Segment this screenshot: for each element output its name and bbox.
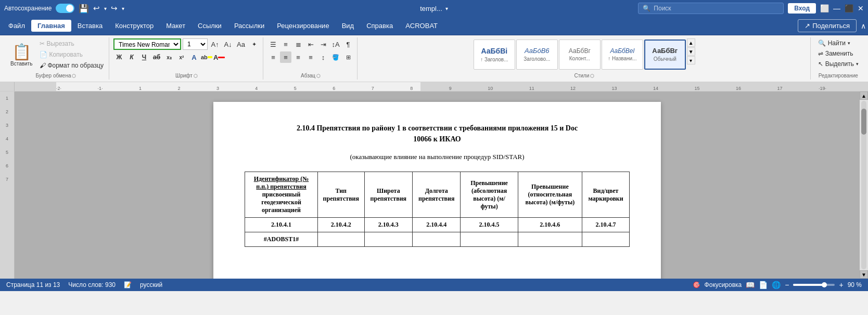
font-dialog-icon[interactable]: ⬡ (194, 73, 198, 78)
ruler-v-mark: 5 (6, 150, 8, 155)
undo-icon[interactable]: ↩ (93, 4, 100, 13)
sort-button[interactable]: ↕A (330, 38, 341, 50)
redo-icon[interactable]: ↪ (111, 4, 118, 13)
bullets-button[interactable]: ☰ (267, 38, 279, 50)
share-button[interactable]: ↗ Поделиться (798, 19, 857, 32)
menu-acrobat[interactable]: ACROBAT (399, 20, 444, 32)
find-dropdown[interactable]: ▾ (848, 41, 850, 46)
zoom-out-button[interactable]: − (785, 281, 789, 289)
strikethrough-button[interactable]: аб (151, 51, 162, 63)
menu-references[interactable]: Ссылки (192, 20, 228, 32)
menu-mailing[interactable]: Рассылки (228, 20, 271, 32)
minimize-icon[interactable]: — (833, 4, 840, 12)
font-shrink-button[interactable]: A↓ (222, 38, 234, 50)
decrease-indent-button[interactable]: ⇤ (305, 38, 316, 50)
clipboard-dialog-icon[interactable]: ⬡ (72, 73, 76, 78)
zoom-slider[interactable] (793, 284, 835, 286)
cut-button[interactable]: ✂ Вырезать (37, 38, 106, 49)
web-view-icon[interactable]: 🌐 (772, 281, 781, 289)
font-grow-button[interactable]: A↑ (209, 38, 221, 50)
clear-format-button[interactable]: ✦ (248, 38, 260, 50)
save-icon[interactable]: 💾 (79, 4, 89, 14)
superscript-button[interactable]: x² (176, 51, 187, 63)
select-dropdown[interactable]: ▾ (856, 61, 859, 67)
font-size-select[interactable]: 1 (183, 38, 208, 50)
menu-view[interactable]: Вид (336, 20, 361, 32)
menu-design[interactable]: Конструктор (109, 20, 160, 32)
show-marks-button[interactable]: ¶ (342, 38, 354, 50)
styles-more[interactable]: ▾ (687, 56, 695, 64)
menu-review[interactable]: Рецензирование (271, 20, 335, 32)
title-bar-center: templ... ▾ (291, 5, 578, 12)
ribbon-hide-icon[interactable]: ∧ (861, 22, 866, 30)
highlight-button[interactable]: ab (201, 51, 212, 63)
zoom-in-button[interactable]: + (839, 281, 843, 289)
format-painter-button[interactable]: 🖌 Формат по образцу (37, 60, 106, 71)
menu-file[interactable]: Файл (2, 20, 31, 32)
copy-icon: 📄 (40, 51, 47, 58)
align-right-button[interactable]: ≡ (292, 51, 304, 63)
styles-scroll-down[interactable]: ▼ (687, 47, 695, 56)
read-mode-icon[interactable]: 📖 (746, 281, 755, 289)
underline-button[interactable]: Ч (138, 51, 150, 63)
scroll-up-button[interactable]: ▲ (860, 91, 868, 100)
undo-dropdown-icon[interactable]: ▾ (104, 6, 107, 11)
style-header[interactable]: АаБбВг Колонт... (559, 40, 601, 70)
menu-home[interactable]: Главная (31, 20, 71, 32)
change-case-button[interactable]: Aa (235, 38, 247, 50)
multilevel-button[interactable]: ≣ (292, 38, 304, 50)
focus-icon[interactable]: 🎯 (693, 281, 700, 288)
style-normal[interactable]: АаБбВг Обычный (644, 40, 686, 70)
right-scrollbar: ▲ ▼ (860, 91, 868, 279)
font-label: Шрифт ⬡ (175, 72, 198, 78)
style-title[interactable]: АаБбВеl ↑ Названи... (602, 40, 643, 70)
print-layout-icon[interactable]: 📄 (759, 281, 768, 289)
font-family-select[interactable]: Times New Roman (113, 38, 181, 50)
styles-scroll-up[interactable]: ▲ (687, 38, 695, 47)
increase-indent-button[interactable]: ⇥ (317, 38, 329, 50)
numbering-button[interactable]: ≡ (280, 38, 291, 50)
replace-button[interactable]: ⇌ Заменить (815, 49, 862, 58)
filename-dropdown[interactable]: ▾ (445, 6, 448, 11)
ruler-mark: 9 (449, 86, 452, 91)
ruler-v-mark: 4 (6, 136, 8, 141)
shading-button[interactable]: 🪣 (330, 51, 341, 63)
style-heading1[interactable]: АаБбВі ↑ Заголов... (474, 40, 515, 70)
format-painter-icon: 🖌 (40, 62, 46, 69)
table-data-3 (364, 232, 413, 247)
find-button[interactable]: 🔍 Найти ▾ (815, 38, 862, 48)
font-color-button[interactable]: A (213, 51, 225, 63)
subscript-button[interactable]: x₂ (163, 51, 175, 63)
search-input[interactable] (654, 5, 779, 12)
scroll-down-button[interactable]: ▼ (860, 270, 868, 279)
text-effects-button[interactable]: A (188, 51, 200, 63)
paste-button[interactable]: 📋 Вставить (6, 41, 36, 69)
menu-insert[interactable]: Вставка (71, 20, 109, 32)
bold-button[interactable]: Ж (113, 51, 125, 63)
title-bar: Автосохранение 💾 ↩ ▾ ↪ ▾ templ... ▾ 🔍 Вх… (0, 0, 868, 17)
menu-help[interactable]: Справка (360, 20, 399, 32)
align-justify-button[interactable]: ≡ (305, 51, 316, 63)
login-button[interactable]: Вход (788, 3, 816, 14)
autosave-toggle[interactable] (56, 4, 74, 13)
borders-button[interactable]: ⊞ (342, 51, 354, 63)
search-box[interactable]: 🔍 (638, 3, 784, 14)
style-heading2[interactable]: АаБóВ6 Заголово... (516, 40, 558, 70)
quick-access-dropdown[interactable]: ▾ (122, 6, 124, 11)
italic-button[interactable]: К (126, 51, 137, 63)
document-page[interactable]: 2.10.4 Препятствия по району 1 в соответ… (213, 102, 661, 279)
restore-icon[interactable]: ⬛ (845, 4, 853, 12)
ribbon-collapse-icon[interactable]: ⬜ (820, 4, 829, 12)
line-spacing-button[interactable]: ↕ (317, 51, 329, 63)
copy-button[interactable]: 📄 Копировать (37, 49, 106, 60)
align-center-button[interactable]: ≡ (280, 51, 291, 63)
select-button[interactable]: ↖ Выделить ▾ (815, 59, 862, 69)
close-icon[interactable]: ✕ (858, 4, 864, 12)
paragraph-dialog-icon[interactable]: ⬡ (316, 73, 321, 78)
ruler-mark: 14 (653, 86, 658, 91)
content-area: 1 2 3 4 5 6 7 2.10.4 Препятствия по райо… (0, 91, 868, 279)
styles-dialog-icon[interactable]: ⬡ (590, 73, 594, 78)
align-left-button[interactable]: ≡ (267, 51, 279, 63)
menu-layout[interactable]: Макет (160, 20, 192, 32)
spell-check-icon[interactable]: 📝 (124, 281, 132, 288)
